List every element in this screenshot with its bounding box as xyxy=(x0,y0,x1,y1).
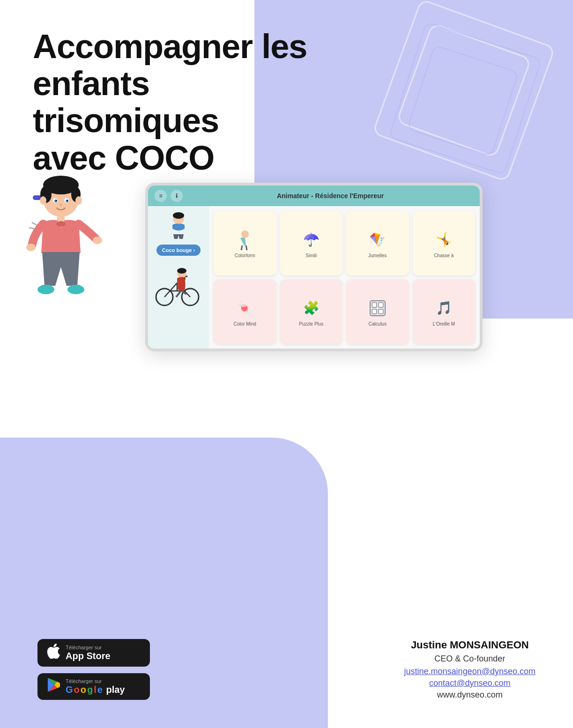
simili-icon: ☂️ xyxy=(300,229,322,251)
svg-point-9 xyxy=(67,200,68,201)
svg-point-35 xyxy=(177,268,186,274)
svg-point-8 xyxy=(56,200,57,201)
app-store-text: Télécharger sur App Store xyxy=(66,645,111,661)
tablet-body: Coco bouge › xyxy=(148,206,480,349)
app-tile-chasse-label: Chasse à xyxy=(434,253,454,258)
title-line2: enfants trisomiques xyxy=(33,65,219,139)
svg-line-27 xyxy=(164,283,177,297)
sidebar-avatar-icon xyxy=(166,212,192,240)
title-line1: Accompagner les xyxy=(33,28,307,65)
tablet-header-icons: ≡ ℹ xyxy=(155,190,183,202)
svg-point-38 xyxy=(241,230,249,238)
jumelles-icon: 🪁 xyxy=(366,229,389,251)
loreille-icon: 🎵 xyxy=(432,297,455,319)
svg-line-21 xyxy=(32,223,37,225)
app-store-main-label: App Store xyxy=(66,650,111,661)
svg-line-39 xyxy=(241,245,242,250)
app-tile-simili[interactable]: ☂️ Simili xyxy=(280,211,343,275)
main-title: Accompagner les enfants trisomiques avec… xyxy=(33,28,314,177)
app-tile-colormind-label: Color Mind xyxy=(234,321,256,327)
app-store-sub-label: Télécharger sur xyxy=(66,645,111,650)
contact-website: www.dynseo.com xyxy=(404,690,536,700)
contact-email2[interactable]: contact@dynseo.com xyxy=(404,678,536,688)
chasse-icon: 🤸 xyxy=(432,229,455,251)
svg-point-10 xyxy=(60,204,62,206)
tablet-menu-icon[interactable]: ≡ xyxy=(155,190,167,202)
app-tile-loreille-label: L'Oreille M xyxy=(433,321,455,327)
svg-line-40 xyxy=(246,245,247,250)
svg-rect-45 xyxy=(379,309,383,314)
svg-point-16 xyxy=(93,237,102,244)
svg-rect-13 xyxy=(57,215,65,222)
bike-character-icon xyxy=(153,265,204,307)
title-line3: avec COCO xyxy=(33,139,214,177)
calculus-icon xyxy=(366,297,389,319)
colormind-icon: 🍬 xyxy=(234,297,256,319)
app-tile-loreille[interactable]: 🎵 L'Oreille M xyxy=(413,279,476,344)
svg-point-14 xyxy=(56,221,66,227)
svg-point-15 xyxy=(26,244,36,251)
boy-illustration xyxy=(14,173,108,323)
tablet-frame: ≡ ℹ Animateur - Résidence l'Empereur xyxy=(145,183,483,351)
svg-point-11 xyxy=(40,196,46,205)
svg-rect-43 xyxy=(379,303,383,307)
store-buttons: Télécharger sur App Store Télécharger su… xyxy=(37,639,150,700)
svg-line-22 xyxy=(29,228,35,229)
svg-rect-20 xyxy=(71,285,81,290)
app-tile-colorform-label: Colorform xyxy=(235,253,255,258)
google-play-sub-label: Télécharger sur xyxy=(66,678,125,684)
tablet-info-icon[interactable]: ℹ xyxy=(171,190,183,202)
app-tile-calculus[interactable]: Calculus xyxy=(346,279,409,344)
contact-email1[interactable]: justine.monsaingeon@dynseo.com xyxy=(404,667,536,676)
svg-rect-18 xyxy=(41,285,51,290)
google-play-icon xyxy=(47,678,60,695)
app-tile-simili-label: Simili xyxy=(305,253,317,258)
character-standing xyxy=(14,173,117,333)
tablet-section: ≡ ℹ Animateur - Résidence l'Empereur xyxy=(108,183,459,356)
google-play-button[interactable]: Télécharger sur Google play xyxy=(37,673,150,700)
coco-bouge-button[interactable]: Coco bouge › xyxy=(156,245,201,256)
colorform-icon xyxy=(234,229,256,251)
apple-icon xyxy=(47,644,60,662)
svg-rect-42 xyxy=(372,303,377,307)
app-tile-colorform[interactable]: Colorform xyxy=(214,211,276,275)
tablet-header-title: Animateur - Résidence l'Empereur xyxy=(187,192,473,200)
google-play-main-label: Google play xyxy=(66,684,125,695)
google-play-text: Télécharger sur Google play xyxy=(66,678,125,695)
app-tile-chasse[interactable]: 🤸 Chasse à xyxy=(413,211,476,275)
tablet-sidebar: Coco bouge › xyxy=(148,206,209,349)
svg-point-12 xyxy=(75,196,82,205)
app-tile-colormind[interactable]: 🍬 Color Mind xyxy=(214,279,276,344)
svg-point-24 xyxy=(173,212,184,219)
puzzleplus-icon: 🧩 xyxy=(300,297,322,319)
app-tile-puzzleplus[interactable]: 🧩 Puzzle Plus xyxy=(280,279,343,344)
bottom-section: Télécharger sur App Store Télécharger su… xyxy=(0,639,573,700)
app-tile-jumelles-label: Jumelles xyxy=(368,253,387,258)
tablet-app-grid: Colorform ☂️ Simili 🪁 Jumelles 🤸 Chasse … xyxy=(209,206,480,349)
app-store-button[interactable]: Télécharger sur App Store xyxy=(37,639,150,667)
page-content: Accompagner les enfants trisomiques avec… xyxy=(0,0,573,728)
contact-section: Justine MONSAINGEON CEO & Co-founder jus… xyxy=(404,639,536,700)
app-tile-puzzleplus-label: Puzzle Plus xyxy=(299,321,323,327)
contact-title: CEO & Co-founder xyxy=(404,654,536,664)
app-tile-calculus-label: Calculus xyxy=(369,321,387,327)
tablet-header: ≡ ℹ Animateur - Résidence l'Empereur xyxy=(148,186,480,206)
svg-line-36 xyxy=(176,291,181,297)
contact-name: Justine MONSAINGEON xyxy=(404,639,536,651)
svg-rect-44 xyxy=(372,309,377,314)
app-tile-jumelles[interactable]: 🪁 Jumelles xyxy=(346,211,409,275)
